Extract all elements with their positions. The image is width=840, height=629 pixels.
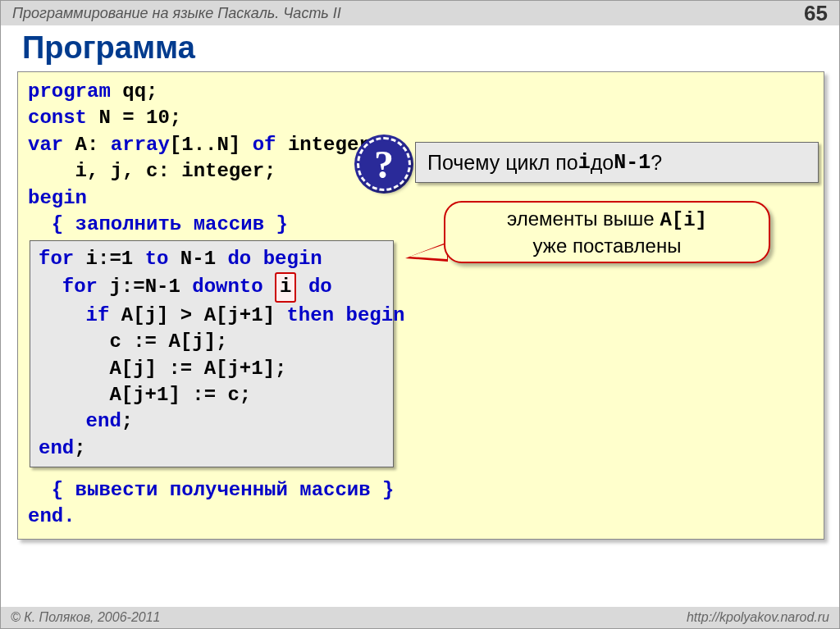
kw-var: var [28,134,63,156]
question-badge-icon: ? [357,137,411,191]
header-title: Программирование на языке Паскаль. Часть… [12,5,341,22]
footer-left: © К. Поляков, 2006-2011 [11,610,160,625]
inner-code-box: for i:=1 to N-1 do begin for j:=N-1 down… [30,240,394,467]
question-mark: ? [374,142,394,187]
header-bar: Программирование на языке Паскаль. Часть… [1,1,839,25]
slide: Программирование на языке Паскаль. Часть… [0,0,840,629]
footer-bar: © К. Поляков, 2006-2011 http://kpolyakov… [1,607,839,628]
comment-line: { вывести полученный массив } [28,479,394,501]
kw-const: const [28,107,87,129]
mono-i: i [578,151,591,175]
callout-question: Почему цикл по i до N-1 ? [415,142,819,183]
kw-begin: begin [28,187,87,209]
kw-program: program [28,80,111,103]
page-number: 65 [804,1,828,26]
kw-end: end. [28,505,75,527]
comment-line: { заполнить массив } [28,213,288,235]
slide-title: Программа [1,25,839,71]
highlight-i: i [275,272,296,302]
mono-n1: N-1 [614,151,651,175]
mono-ai: A[i] [660,209,707,231]
kw-of: of [253,134,276,156]
kw-array: array [111,134,170,156]
footer-right: http://kpolyakov.narod.ru [687,610,829,625]
callout-answer: элементы выше A[i] уже поставлены [444,201,770,263]
inner-code: for i:=1 to N-1 do begin for j:=N-1 down… [39,246,385,462]
